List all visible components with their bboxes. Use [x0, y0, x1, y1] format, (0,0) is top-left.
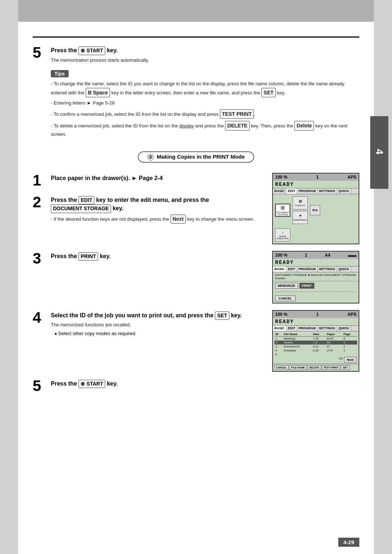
step-3-label1: Press the — [51, 253, 78, 259]
step-5-bottom: 5 Press the ⊕ START key. — [33, 378, 359, 394]
row-4-paper: LT-R — [326, 349, 342, 353]
step-1-wrap: 1 Place paper in the drawer(s). ► Page 2… — [33, 173, 359, 244]
row-5-name — [283, 353, 312, 357]
step-5-top-label2: key. — [105, 47, 118, 53]
step-2-content: Press the EDIT key to enter the edit men… — [51, 195, 266, 224]
image-direction-icon[interactable]: ↕ IMAGE DIRECTION — [275, 228, 290, 241]
tab-quick-3[interactable]: QUICK — [337, 326, 351, 331]
step-number-5-top: 5 — [33, 45, 47, 60]
doc-storage-key[interactable]: DOCUMENT STORAGE — [51, 204, 111, 213]
step-number-5-bottom: 5 — [33, 378, 47, 394]
screen-3-bottom-btns: CANCEL FILE NAME DELETE TEST PRINT SET — [273, 364, 359, 371]
job-table-body: 1 Meeting1 7.25 A4-R 8 2 Invoice 7.3 A4 … — [274, 336, 357, 357]
tab-program-1[interactable]: PROGRAM — [297, 188, 318, 194]
start-key-top[interactable]: ⊕ START — [78, 46, 105, 55]
tips-section: Tips - To change the file name, select t… — [51, 70, 359, 138]
screen-1-icons: ⊞ DOCUMENTSTORAGE ⊠ OVERLAY ✦ SHARPNESS … — [273, 194, 359, 226]
screen-2-copies: 1 — [305, 253, 307, 258]
tab-program-3[interactable]: PROGRAM — [297, 326, 318, 331]
step-2-sub: - If the desired function keys are not d… — [51, 215, 266, 224]
section-number: ② — [147, 154, 154, 160]
filename-bottom-btn[interactable]: FILE NAME — [289, 365, 307, 370]
tab-edit-2[interactable]: EDIT — [286, 266, 297, 272]
screen-1-copies: 1 — [316, 175, 319, 180]
tab-settings-2[interactable]: SETTINGS — [318, 266, 337, 272]
bspace-key[interactable]: B Space — [86, 88, 110, 97]
step-2-title: Press the EDIT key to enter the edit men… — [51, 196, 266, 213]
row-2-paper: A4 — [326, 341, 342, 345]
tab-basic-2[interactable]: BASIC — [273, 266, 286, 272]
step-3-title: Press the PRINT key. — [51, 252, 266, 261]
table-row[interactable]: 5 — [274, 353, 357, 357]
tips-label: Tips — [51, 70, 69, 77]
step-number-2: 2 — [33, 195, 47, 210]
table-row[interactable]: 1 Meeting1 7.25 A4-R 8 — [274, 336, 357, 341]
sharpness-icon[interactable]: ✦ SHARPNESS — [293, 211, 308, 224]
screen-2-tabs: BASIC EDIT PROGRAM SETTINGS QUICK — [273, 266, 359, 272]
edit-key[interactable]: EDIT — [78, 196, 94, 205]
test-print-key-tips[interactable]: TEST PRINT — [220, 109, 254, 119]
testprint-bottom-btn[interactable]: TEST PRINT — [322, 365, 340, 370]
doc-storage-icon[interactable]: ⊞ DOCUMENTSTORAGE — [275, 204, 290, 217]
cancel-btn-screen[interactable]: CANCEL — [275, 296, 295, 301]
tab-basic-3[interactable]: BASIC — [273, 326, 286, 331]
next-key[interactable]: Next — [171, 215, 186, 224]
tab-quick-2[interactable]: QUICK — [337, 266, 351, 272]
section-title: Making Copies in the PRINT Mode — [157, 154, 245, 160]
chapter-tab: 4 — [370, 116, 388, 189]
step-number-1: 1 — [33, 173, 47, 188]
set-key-tips[interactable]: SET — [261, 88, 275, 97]
row-1-name: Meeting1 — [283, 336, 312, 341]
row-4-page: 2 — [342, 349, 357, 353]
cancel-bottom-btn[interactable]: CANCEL — [274, 365, 289, 370]
delete-bottom-btn[interactable]: DELETE — [307, 365, 321, 370]
tab-edit-3[interactable]: EDIT — [286, 326, 297, 331]
step-5-top-content: Press the ⊕ START key. The memorization … — [51, 45, 359, 64]
row-5-id: 5 — [274, 353, 283, 357]
tab-edit-1[interactable]: EDIT — [286, 188, 297, 194]
print-btn-screen[interactable]: PRINT — [299, 283, 314, 289]
row-1-date: 7.25 — [312, 336, 326, 341]
tab-settings-1[interactable]: SETTINGS — [318, 188, 337, 194]
table-row[interactable]: 2 Invoice 7.3 A4 1 — [274, 341, 357, 345]
row-2-page: 1 — [342, 341, 357, 345]
page-number: 4-29 — [338, 538, 359, 547]
tab-settings-3[interactable]: SETTINGS — [318, 326, 337, 331]
row-1-id: 1 — [274, 336, 283, 341]
job-table: ID File Name Date Paper Page 1 Meeting1 … — [274, 332, 357, 357]
tab-basic-1[interactable]: BASIC — [273, 188, 286, 194]
screen-2-header: 100 % 1 A4 ▬▬ — [273, 252, 359, 259]
step-1-content: Place paper in the drawer(s). ► Page 2-4 — [51, 173, 266, 182]
tips-item-2: - Entering letters ► Page 5-28 — [51, 99, 359, 107]
print-key[interactable]: PRINT — [78, 252, 98, 261]
tips-item-4: - To delete a memorized job, select the … — [51, 121, 359, 138]
section-divider — [33, 36, 359, 38]
step-4-wrap: 4 Select the ID of the job you want to p… — [33, 310, 359, 372]
set-key[interactable]: SET — [215, 311, 229, 320]
row-5-page — [342, 353, 357, 357]
delete-key-tips[interactable]: DELETE — [225, 121, 249, 130]
screen-2: 100 % 1 A4 ▬▬ READY BASIC EDIT PROGRAM S… — [272, 251, 359, 304]
delete2-key-tips[interactable]: Delete — [294, 121, 314, 130]
screen-2-paper: A4 — [325, 253, 330, 258]
step-5-top: 5 Press the ⊕ START key. The memorizatio… — [33, 45, 359, 64]
set-bottom-btn[interactable]: SET — [341, 365, 350, 370]
pre-button[interactable]: Pre — [310, 205, 320, 215]
step-5-top-sub: The memorization process starts automati… — [51, 57, 359, 64]
start-key-bottom[interactable]: ⊕ START — [78, 380, 105, 388]
page-indicator-wrap: 1/5 Next — [274, 357, 357, 363]
step-1: 1 Place paper in the drawer(s). ► Page 2… — [33, 173, 266, 188]
next-btn-screen[interactable]: Next — [344, 357, 356, 363]
memorize-btn[interactable]: MEMORIZE — [275, 283, 298, 289]
step-number-3: 3 — [33, 251, 47, 266]
screen-1-tabs: BASIC EDIT PROGRAM SETTINGS QUICK — [273, 188, 359, 194]
step-1-title: Place paper in the drawer(s). ► Page 2-4 — [51, 174, 266, 182]
step-4-bullet: Select other copy modes as required. — [54, 331, 266, 336]
tab-quick-1[interactable]: QUICK — [337, 188, 351, 194]
tab-program-2[interactable]: PROGRAM — [297, 266, 318, 272]
screen-2-icon: ▬▬ — [348, 253, 356, 258]
table-row[interactable]: 4 Schedule 6.30 LT-R 2 — [274, 349, 357, 353]
table-row[interactable]: 3 Document A 9.11 LT 1 — [274, 345, 357, 349]
screen-2-percent: 100 % — [275, 253, 287, 258]
overlay-icon[interactable]: ⊠ OVERLAY — [293, 196, 308, 209]
